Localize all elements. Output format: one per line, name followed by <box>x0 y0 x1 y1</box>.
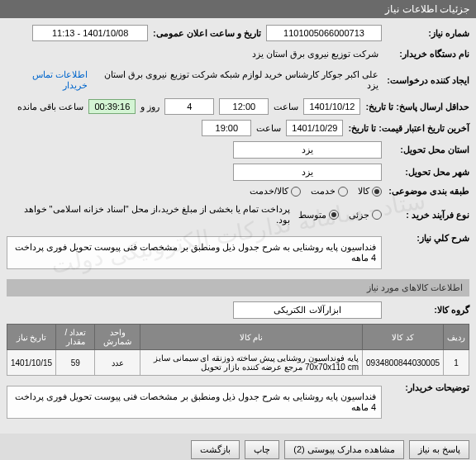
print-button[interactable]: چاپ <box>245 440 279 459</box>
process-radio-group: جزئی متوسط <box>298 210 382 221</box>
button-bar: پاسخ به نیاز مشاهده مدارک پیوستی (2) چاپ… <box>0 434 476 460</box>
deadline-label: حداقل ارسال پاسخ: تا تاریخ: <box>365 102 469 112</box>
process-label: نوع فرآیند خرید : <box>387 210 469 221</box>
reply-button[interactable]: پاسخ به نیاز <box>409 440 469 459</box>
radio-medium-label: متوسط <box>298 210 326 221</box>
buyer-notes-box: فنداسیون پایه روشنایی به شرح جدول ذیل وم… <box>7 386 382 419</box>
goods-group-value: ابزارآلات الکتریکی <box>233 301 382 319</box>
radio-goods-circle <box>372 187 382 197</box>
th-qty: تعداد / مقدار <box>56 325 95 350</box>
radio-partial-circle <box>372 210 382 220</box>
validity-label: آخرین تاریخ اعتبار قیمت: تا تاریخ: <box>348 123 469 134</box>
radio-both[interactable]: کالا/خدمت <box>250 186 301 197</box>
radio-medium-circle <box>329 210 339 220</box>
radio-service-label: خدمت <box>311 186 336 197</box>
cell-unit: عدد <box>95 350 140 376</box>
public-announce-value: 1401/10/08 - 11:13 <box>32 25 148 41</box>
buyer-notes-label: توضیحات خریدار: <box>387 382 469 393</box>
radio-partial-label: جزئی <box>349 210 369 221</box>
items-section-header: اطلاعات کالاهای مورد نیاز <box>7 279 469 296</box>
need-desc-box: فنداسیون پایه روشنایی به شرح جدول ذیل وم… <box>7 236 382 269</box>
cell-code: 0934800844030005 <box>363 350 444 376</box>
th-code: کد کالا <box>363 325 444 350</box>
validity-date: 1401/10/29 <box>286 120 343 136</box>
th-row: ردیف <box>444 325 469 350</box>
delivery-province-label: استان محل تحویل: <box>387 145 469 155</box>
contact-link[interactable]: اطلاعات تماس خریدار <box>7 69 88 91</box>
need-number-value: 1101005066000713 <box>266 25 382 41</box>
cell-name: پایه فونداسیون روشنایی پیش ساخته ذوزنقه … <box>140 350 362 376</box>
days-value: 4 <box>164 98 214 115</box>
cell-row: 1 <box>444 350 469 376</box>
attachments-button[interactable]: مشاهده مدارک پیوستی (2) <box>284 440 404 459</box>
saat-label-2: ساعت <box>256 123 281 134</box>
buyer-notes-text: فنداسیون پایه روشنایی به شرح جدول ذیل وم… <box>15 391 376 412</box>
category-label: طبقه بندی موضوعی: <box>387 186 469 197</box>
validity-time: 19:00 <box>202 120 251 136</box>
delivery-province: یزد <box>233 141 382 159</box>
table-row[interactable]: 1 0934800844030005 پایه فونداسیون روشنای… <box>7 350 469 376</box>
delivery-city-label: شهر محل تحویل: <box>387 167 469 178</box>
page-header: جزئیات اطلاعات نیاز <box>0 0 476 18</box>
cell-date: 1401/10/15 <box>7 350 56 376</box>
items-section-title: اطلاعات کالاهای مورد نیاز <box>367 282 463 292</box>
goods-group-label: گروه کالا: <box>387 305 469 315</box>
radio-both-circle <box>291 187 301 197</box>
radio-service-circle <box>338 187 348 197</box>
items-table: ردیف کد کالا نام کالا واحد شمارش تعداد /… <box>7 324 469 376</box>
th-date: تاریخ نیاز <box>7 325 56 350</box>
remaining-label: ساعت باقی مانده <box>17 102 83 112</box>
need-number-label: شماره نیاز: <box>387 28 469 39</box>
saat-label-1: ساعت <box>274 102 298 112</box>
radio-goods[interactable]: کالا <box>358 186 382 197</box>
requester-label: ایجاد کننده درخواست: <box>387 75 469 86</box>
back-button[interactable]: بازگشت <box>191 440 240 459</box>
th-name: نام کالا <box>140 325 362 350</box>
need-desc-label: شرح کلي نیاز: <box>387 233 469 244</box>
cell-qty: 59 <box>56 350 95 376</box>
radio-service[interactable]: خدمت <box>311 186 348 197</box>
radio-medium[interactable]: متوسط <box>298 210 339 221</box>
public-announce-label: تاریخ و ساعت اعلان عمومی: <box>153 28 261 39</box>
countdown-timer: 00:39:16 <box>88 99 136 114</box>
category-radio-group: کالا خدمت کالا/خدمت <box>250 186 382 197</box>
requester-value: علی اکبر جوکار کارشناس خرید لوازم شبکه ش… <box>93 67 382 93</box>
payment-note: پرداخت تمام یا بخشی از مبلغ خرید،از محل … <box>7 202 293 228</box>
page-title: جزئیات اطلاعات نیاز <box>385 3 469 15</box>
radio-both-label: کالا/خدمت <box>250 186 288 197</box>
buyer-org-label: نام دستگاه خریدار: <box>387 49 469 59</box>
table-header-row: ردیف کد کالا نام کالا واحد شمارش تعداد /… <box>7 325 469 350</box>
buyer-org-value: شرکت توزیع نیروی برق استان یزد <box>249 46 382 62</box>
th-unit: واحد شمارش <box>95 325 140 350</box>
delivery-city: یزد <box>233 164 382 181</box>
need-desc-text: فنداسیون پایه روشنایی به شرح جدول ذیل وم… <box>15 242 376 263</box>
days-label: روز و <box>140 102 159 112</box>
deadline-time: 12:00 <box>219 98 269 115</box>
radio-goods-label: کالا <box>358 186 369 197</box>
radio-partial[interactable]: جزئی <box>349 210 382 221</box>
deadline-date: 1401/10/12 <box>303 98 360 115</box>
